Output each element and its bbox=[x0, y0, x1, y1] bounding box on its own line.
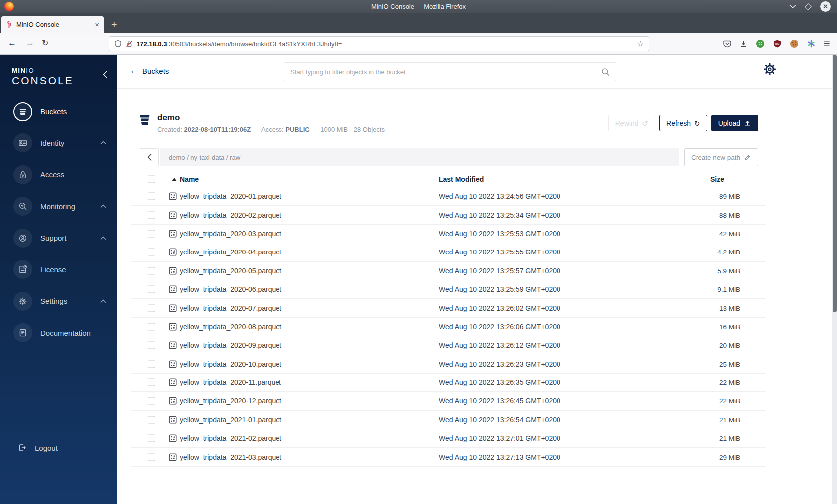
extension-green-icon[interactable] bbox=[756, 39, 765, 48]
object-name[interactable]: yellow_tripdata_2020-07.parquet bbox=[180, 304, 281, 312]
row-checkbox[interactable] bbox=[148, 435, 155, 442]
browser-tab[interactable]: MinIO Console × bbox=[1, 16, 104, 33]
row-checkbox[interactable] bbox=[148, 360, 155, 368]
select-all-checkbox[interactable] bbox=[148, 175, 155, 183]
refresh-button[interactable]: Refresh↻ bbox=[659, 115, 707, 131]
window-close-icon[interactable]: ✕ bbox=[820, 1, 831, 12]
object-name[interactable]: yellow_tripdata_2020-05.parquet bbox=[180, 267, 281, 275]
page-scrollbar[interactable] bbox=[832, 55, 837, 504]
sidebar-collapse-icon[interactable] bbox=[103, 71, 107, 78]
chevron-up-icon[interactable] bbox=[100, 141, 106, 145]
table-row[interactable]: yellow_tripdata_2020-06.parquet Wed Aug … bbox=[131, 280, 766, 299]
window-maximize-icon[interactable] bbox=[805, 3, 812, 10]
row-checkbox[interactable] bbox=[148, 397, 155, 405]
chevron-up-icon[interactable] bbox=[100, 204, 106, 208]
object-name[interactable]: yellow_tripdata_2021-01.parquet bbox=[180, 416, 281, 424]
object-name[interactable]: yellow_tripdata_2020-12.parquet bbox=[180, 397, 281, 405]
table-row[interactable]: yellow_tripdata_2021-03.parquet Wed Aug … bbox=[131, 448, 766, 466]
row-checkbox[interactable] bbox=[148, 342, 155, 349]
sort-ascending-icon[interactable] bbox=[172, 178, 177, 181]
sidebar-item-identity[interactable]: Identity bbox=[0, 127, 117, 159]
table-row[interactable]: yellow_tripdata_2020-12.parquet Wed Aug … bbox=[131, 392, 766, 410]
object-name[interactable]: yellow_tripdata_2020-09.parquet bbox=[180, 341, 281, 349]
colorways-extension-icon[interactable] bbox=[807, 40, 815, 48]
settings-gear-icon[interactable] bbox=[763, 63, 776, 76]
insecure-lock-icon[interactable] bbox=[126, 40, 133, 48]
sidebar-item-access[interactable]: Access bbox=[0, 159, 117, 191]
table-row[interactable]: yellow_tripdata_2020-10.parquet Wed Aug … bbox=[131, 355, 766, 374]
table-row[interactable]: yellow_tripdata_2020-05.parquet Wed Aug … bbox=[131, 262, 766, 280]
object-name[interactable]: yellow_tripdata_2020-10.parquet bbox=[180, 360, 281, 368]
ublock-origin-icon[interactable]: uO bbox=[773, 40, 781, 48]
row-checkbox[interactable] bbox=[148, 453, 155, 461]
table-row[interactable]: yellow_tripdata_2020-07.parquet Wed Aug … bbox=[131, 299, 766, 317]
bucket-browser: demo Created: 2022-08-10T11:19:06Z Acces… bbox=[117, 104, 837, 504]
breadcrumb[interactable]: demo / ny-taxi-data / raw bbox=[160, 148, 679, 166]
table-row[interactable]: yellow_tripdata_2020-02.parquet Wed Aug … bbox=[131, 206, 766, 224]
new-tab-button[interactable]: + bbox=[111, 20, 117, 30]
bookmark-star-icon[interactable]: ☆ bbox=[637, 39, 644, 48]
tab-close-icon[interactable]: × bbox=[95, 21, 99, 28]
row-checkbox[interactable] bbox=[148, 323, 155, 330]
sidebar-item-settings[interactable]: Settings bbox=[0, 285, 117, 317]
back-button[interactable]: ← bbox=[8, 38, 16, 48]
object-file-icon bbox=[169, 192, 177, 200]
support-icon bbox=[13, 229, 32, 248]
object-name[interactable]: yellow_tripdata_2020-06.parquet bbox=[180, 285, 281, 293]
row-checkbox[interactable] bbox=[148, 249, 155, 256]
forward-button[interactable]: → bbox=[26, 38, 34, 48]
table-row[interactable]: yellow_tripdata_2020-04.parquet Wed Aug … bbox=[131, 243, 766, 261]
object-last-modified: Wed Aug 10 2022 13:25:59 GMT+0200 bbox=[439, 285, 560, 293]
object-name[interactable]: yellow_tripdata_2020-11.parquet bbox=[180, 378, 281, 386]
object-name[interactable]: yellow_tripdata_2020-02.parquet bbox=[180, 211, 281, 219]
table-row[interactable]: yellow_tripdata_2020-08.parquet Wed Aug … bbox=[131, 318, 766, 336]
sidebar-item-license[interactable]: License bbox=[0, 254, 117, 286]
row-checkbox[interactable] bbox=[148, 211, 155, 219]
table-row[interactable]: yellow_tripdata_2020-11.parquet Wed Aug … bbox=[131, 374, 766, 392]
row-checkbox[interactable] bbox=[148, 267, 155, 274]
tracking-shield-icon[interactable] bbox=[114, 40, 122, 48]
row-checkbox[interactable] bbox=[148, 304, 155, 312]
menu-hamburger-icon[interactable]: ☰ bbox=[824, 39, 830, 48]
object-name[interactable]: yellow_tripdata_2020-08.parquet bbox=[180, 323, 281, 331]
path-back-button[interactable] bbox=[140, 148, 159, 166]
pocket-icon[interactable] bbox=[723, 40, 731, 48]
sidebar-item-support[interactable]: Support bbox=[0, 222, 117, 254]
object-name[interactable]: yellow_tripdata_2021-02.parquet bbox=[180, 434, 281, 442]
rewind-button[interactable]: Rewind↺ bbox=[608, 115, 655, 131]
reload-button[interactable]: ↻ bbox=[42, 38, 48, 48]
row-checkbox[interactable] bbox=[148, 379, 155, 386]
sidebar-item-documentation[interactable]: Documentation bbox=[0, 317, 117, 349]
downloads-icon[interactable] bbox=[740, 40, 747, 48]
cookie-extension-icon[interactable] bbox=[790, 39, 799, 48]
back-to-buckets-link[interactable]: ← Buckets bbox=[130, 66, 169, 76]
chevron-up-icon[interactable] bbox=[100, 236, 106, 240]
table-row[interactable]: yellow_tripdata_2020-09.parquet Wed Aug … bbox=[131, 336, 766, 355]
url-bar[interactable]: 172.18.0.3:30503/buckets/demo/browse/bnk… bbox=[109, 36, 649, 51]
url-text[interactable]: 172.18.0.3:30503/buckets/demo/browse/bnk… bbox=[137, 40, 633, 48]
window-minimize-icon[interactable] bbox=[789, 4, 796, 9]
sidebar-item-logout[interactable]: Logout bbox=[0, 436, 117, 459]
row-checkbox[interactable] bbox=[148, 193, 155, 200]
row-checkbox[interactable] bbox=[148, 286, 155, 293]
row-checkbox[interactable] bbox=[148, 416, 155, 423]
table-row[interactable]: yellow_tripdata_2021-01.parquet Wed Aug … bbox=[131, 411, 766, 429]
sidebar-item-monitoring[interactable]: Monitoring bbox=[0, 191, 117, 223]
search-input[interactable] bbox=[290, 68, 601, 76]
row-checkbox[interactable] bbox=[148, 230, 155, 237]
table-row[interactable]: yellow_tripdata_2020-03.parquet Wed Aug … bbox=[131, 225, 766, 243]
object-name[interactable]: yellow_tripdata_2020-04.parquet bbox=[180, 248, 281, 256]
table-row[interactable]: yellow_tripdata_2021-02.parquet Wed Aug … bbox=[131, 429, 766, 448]
upload-button[interactable]: Upload bbox=[711, 115, 758, 131]
scrollbar-thumb[interactable] bbox=[833, 55, 837, 312]
breadcrumb-path[interactable]: demo / ny-taxi-data / raw bbox=[169, 154, 240, 161]
sidebar-item-buckets[interactable]: Buckets bbox=[0, 96, 117, 127]
create-new-path-button[interactable]: Create new path bbox=[684, 148, 758, 166]
table-row[interactable]: yellow_tripdata_2020-01.parquet Wed Aug … bbox=[131, 187, 766, 206]
object-name[interactable]: yellow_tripdata_2020-01.parquet bbox=[180, 192, 281, 200]
chevron-up-icon[interactable] bbox=[100, 299, 106, 303]
object-filter-search[interactable] bbox=[284, 62, 616, 81]
object-name[interactable]: yellow_tripdata_2021-03.parquet bbox=[180, 453, 281, 461]
column-header-name[interactable]: Name bbox=[180, 175, 199, 183]
object-name[interactable]: yellow_tripdata_2020-03.parquet bbox=[180, 230, 281, 238]
